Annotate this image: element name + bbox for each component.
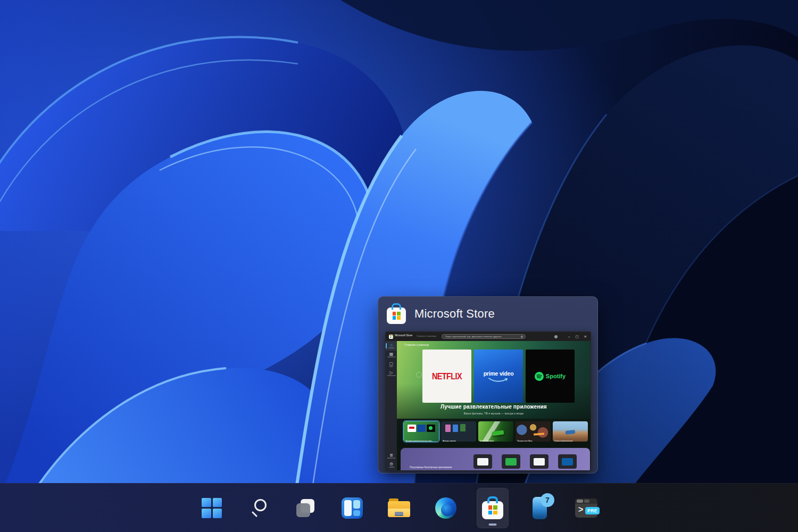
- running-indicator: [489, 523, 497, 526]
- sidebar-item-home: ⌂ Главная: [386, 341, 397, 351]
- store-bag-handle-icon: [392, 303, 401, 310]
- sidebar-item-help: ⚙ Справка: [386, 461, 397, 470]
- library-icon: ≣: [389, 453, 393, 458]
- app-tile: [558, 454, 577, 469]
- hero-subheadline: Ваши фильмы, ТВ и музыка — всегда и везд…: [445, 412, 542, 415]
- mini-sidebar: ⌂ Главная ▦ Приложения ▢ Игры ▷ Развлече…: [386, 341, 397, 471]
- sidebar-item-entertainment: ▷ Развлечения: [386, 369, 397, 379]
- netflix-logo: NETFLIX: [432, 371, 462, 381]
- hero-tiles: NETFLIX prime video: [422, 350, 575, 403]
- app-tile: [473, 454, 492, 469]
- start-button[interactable]: [196, 488, 228, 528]
- search-button[interactable]: [243, 488, 275, 528]
- hero-banner: Главная страница NETFLIX prime video: [397, 341, 591, 419]
- microsoft-store-icon: [387, 307, 406, 324]
- netflix-tile: NETFLIX: [422, 350, 471, 403]
- carousel-card: Лучшее для Xbox: [516, 421, 551, 442]
- spotify-tile: Spotify: [526, 350, 575, 403]
- mini-store-app-icon: [389, 335, 393, 339]
- mini-main-content: Главная страница NETFLIX prime video: [397, 341, 591, 471]
- mini-window-title: Microsoft Store: [395, 334, 412, 337]
- carousel-card: Лучшие развлекательные при…: [404, 421, 439, 442]
- mini-search-placeholder: Поиск приложений, игр, фильмов и многого…: [445, 335, 502, 338]
- hero-headline: Лучшие развлекательные приложения: [397, 404, 591, 410]
- card-carousel: Лучшие развлекательные при… Аркада недел…: [397, 419, 591, 447]
- bottom-section-label: Популярные бесплатные приложения: [410, 466, 452, 469]
- task-view-icon: [295, 498, 315, 518]
- microsoft-logo-icon: [393, 312, 401, 320]
- mini-window-body: ⌂ Главная ▦ Приложения ▢ Игры ▷ Развлече…: [386, 341, 591, 471]
- widgets-icon: [342, 497, 363, 519]
- amazon-smile-icon: [487, 377, 510, 383]
- gear-icon: ⚙: [389, 462, 393, 467]
- taskbar: 7 > PRE: [0, 483, 798, 532]
- sidebar-item-games: ▢ Игры: [386, 360, 397, 369]
- sidebar-item-apps: ▦ Приложения: [386, 351, 397, 360]
- file-explorer-button[interactable]: [383, 488, 415, 528]
- bottom-app-tiles: [473, 454, 577, 469]
- preview-header: Microsoft Store: [387, 303, 495, 325]
- search-icon: [248, 498, 269, 518]
- terminal-preview-button[interactable]: > PRE: [570, 488, 602, 528]
- terminal-icon: > PRE: [575, 498, 597, 518]
- store-bag-handle-icon: [487, 496, 498, 503]
- bottom-apps-section: Популярные бесплатные приложения: [401, 448, 590, 471]
- microsoft-store-icon: [482, 501, 503, 519]
- desktop: Microsoft Store Microsoft Store Главная …: [0, 0, 798, 532]
- prompt-chevron-icon: >: [578, 504, 583, 515]
- task-view-button[interactable]: [289, 488, 321, 528]
- terminal-titlebar-icon: [575, 498, 597, 504]
- mini-titlebar: Microsoft Store Главная страница Поиск п…: [386, 332, 591, 341]
- prime-video-logo: prime video: [484, 370, 514, 377]
- mini-window-subtitle: Главная страница: [417, 335, 436, 337]
- games-icon: ▢: [389, 361, 394, 366]
- maximize-icon: ▢: [575, 335, 578, 339]
- spinner-icon: [416, 372, 422, 378]
- search-icon: [521, 336, 523, 338]
- apps-grid-icon: ▦: [389, 352, 394, 356]
- account-icon: [554, 335, 558, 338]
- store-window-thumbnail[interactable]: Microsoft Store Главная страница Поиск п…: [385, 331, 591, 471]
- edge-button[interactable]: [430, 488, 462, 528]
- taskbar-center-group: 7 > PRE: [0, 484, 798, 532]
- sidebar-bottom: ≣ Библиотека ⚙ Справка: [386, 451, 397, 470]
- prime-video-tile: prime video: [474, 350, 523, 403]
- close-icon: ✕: [584, 335, 587, 339]
- phone-link-button[interactable]: 7: [523, 488, 555, 528]
- carousel-card: Аркада недели: [441, 421, 476, 442]
- minimize-icon: –: [568, 335, 570, 338]
- app-tile: [530, 454, 548, 469]
- sidebar-item-library: ≣ Библиотека: [386, 451, 397, 461]
- hero-section-label: Главная страница: [404, 343, 429, 346]
- preview-badge: PRE: [585, 507, 600, 514]
- edge-icon: [435, 497, 456, 519]
- home-icon: ⌂: [390, 343, 393, 347]
- spotify-logo-icon: [535, 372, 544, 381]
- mini-search-box: Поиск приложений, игр, фильмов и многого…: [442, 334, 526, 339]
- microsoft-logo-icon: [488, 505, 497, 514]
- windows-start-icon: [202, 498, 222, 518]
- spotify-wordmark: Spotify: [546, 373, 566, 379]
- file-explorer-icon: [388, 498, 410, 517]
- widgets-button[interactable]: [336, 488, 368, 528]
- preview-app-title: Microsoft Store: [414, 307, 495, 321]
- movies-icon: ▷: [389, 370, 393, 375]
- carousel-card: Гонки и приключения: [553, 421, 588, 442]
- mini-window-controls: – ▢ ✕: [568, 332, 587, 341]
- notification-badge: 7: [541, 493, 554, 507]
- taskbar-preview-popup[interactable]: Microsoft Store Microsoft Store Главная …: [378, 296, 598, 473]
- app-tile: [502, 454, 520, 469]
- microsoft-store-button[interactable]: [477, 488, 509, 528]
- carousel-card: Форза Хорайзон: [478, 421, 513, 442]
